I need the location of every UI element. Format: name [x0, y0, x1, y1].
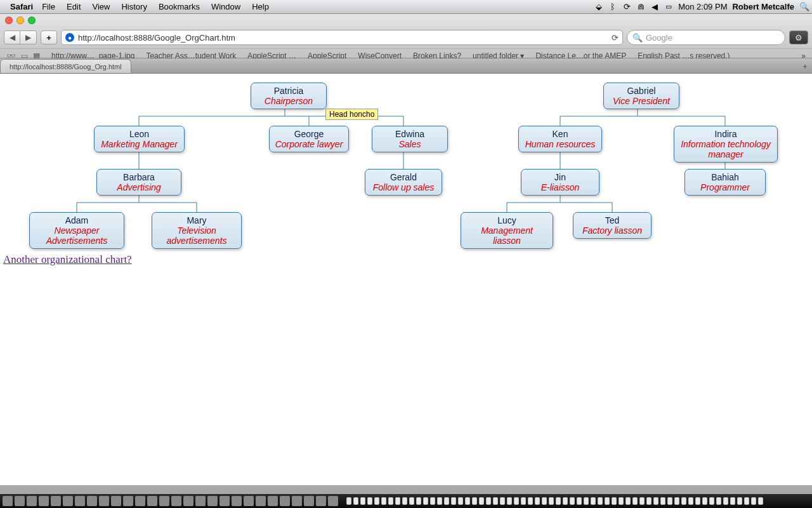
dock-app-icon[interactable] [159, 496, 169, 506]
dock-window-icon[interactable] [591, 497, 596, 505]
dock-app-icon[interactable] [304, 496, 314, 506]
dock-window-icon[interactable] [674, 497, 679, 505]
dock-app-icon[interactable] [244, 496, 254, 506]
dock-window-icon[interactable] [570, 497, 575, 505]
org-node-leon[interactable]: Leon Marketing Manager [94, 126, 185, 152]
dock-app-icon[interactable] [280, 496, 290, 506]
dock-window-icon[interactable] [444, 497, 449, 505]
dock-app-icon[interactable] [51, 496, 61, 506]
dock-app-icon[interactable] [219, 496, 230, 506]
org-node-barbara[interactable]: Barbara Advertising [96, 169, 181, 196]
org-node-ken[interactable]: Ken Human resources [518, 126, 602, 152]
dock-window-icon[interactable] [702, 497, 707, 505]
dock-window-icon[interactable] [744, 497, 749, 505]
dock-window-icon[interactable] [437, 497, 442, 505]
dock-window-icon[interactable] [360, 497, 365, 505]
dock-window-icon[interactable] [465, 497, 470, 505]
org-node-lucy[interactable]: Lucy Management liasson [461, 212, 553, 249]
dock-window-icon[interactable] [751, 497, 756, 505]
dock-app-icon[interactable] [256, 496, 266, 506]
dock-app-icon[interactable] [232, 496, 242, 506]
dock-window-icon[interactable] [632, 497, 638, 505]
timemachine-icon[interactable]: ⟳ [622, 2, 631, 11]
dock-window-icon[interactable] [563, 497, 568, 505]
menu-window[interactable]: Window [211, 2, 240, 11]
dock-window-icon[interactable] [416, 497, 421, 505]
dock-window-icon[interactable] [584, 497, 589, 505]
spotlight-icon[interactable]: 🔍 [799, 2, 808, 11]
dock-app-icon[interactable] [123, 496, 133, 506]
dock-window-icon[interactable] [535, 497, 540, 505]
menu-bookmarks[interactable]: Bookmarks [159, 2, 200, 11]
dock-window-icon[interactable] [493, 497, 498, 505]
browser-tab[interactable]: http://localhost:8888/Goog_Org.html [0, 59, 131, 73]
address-bar[interactable]: ● http://localhost:8888/Google_OrgChart.… [61, 30, 623, 45]
dock-window-icon[interactable] [542, 497, 547, 505]
wifi-icon[interactable]: ⋒ [636, 2, 645, 11]
org-node-bahiah[interactable]: Bahiah Programmer [684, 169, 766, 196]
dock-window-icon[interactable] [556, 497, 561, 505]
dock-window-icon[interactable] [612, 497, 617, 505]
dock-window-icon[interactable] [409, 497, 414, 505]
dock-app-icon[interactable] [135, 496, 145, 506]
org-node-indira[interactable]: Indira Information technology manager [674, 126, 778, 163]
dock-app-icon[interactable] [195, 496, 206, 506]
dock-app-icon[interactable] [268, 496, 278, 506]
search-field[interactable]: 🔍 Google [627, 30, 785, 45]
dock-window-icon[interactable] [479, 497, 484, 505]
minimize-window-button[interactable] [16, 17, 24, 24]
dock-window-icon[interactable] [730, 497, 735, 505]
dock-window-icon[interactable] [681, 497, 686, 505]
new-tab-button[interactable]: + [798, 62, 812, 73]
dock-window-icon[interactable] [367, 497, 372, 505]
dock-app-icon[interactable] [147, 496, 157, 506]
back-button[interactable]: ◀ [4, 30, 20, 44]
org-node-mary[interactable]: Mary Television advertisements [152, 212, 242, 249]
dock-window-icon[interactable] [346, 497, 351, 505]
org-node-gerald[interactable]: Gerald Follow up sales [365, 169, 442, 196]
bluetooth-icon[interactable]: ᛒ [608, 2, 617, 11]
dock-window-icon[interactable] [625, 497, 631, 505]
dock-window-icon[interactable] [653, 497, 658, 505]
dock-window-icon[interactable] [514, 497, 519, 505]
dock-app-icon[interactable] [183, 496, 193, 506]
dock-window-icon[interactable] [639, 497, 645, 505]
dock-window-icon[interactable] [507, 497, 512, 505]
dock-window-icon[interactable] [528, 497, 533, 505]
app-name[interactable]: Safari [10, 2, 33, 11]
org-node-patricia[interactable]: Patricia Chairperson [251, 83, 327, 109]
dock-app-icon[interactable] [39, 496, 49, 506]
menubar-clock[interactable]: Mon 2:09 PM [678, 2, 727, 11]
dock-window-icon[interactable] [737, 497, 742, 505]
dock-window-icon[interactable] [688, 497, 693, 505]
dock-app-icon[interactable] [316, 496, 326, 506]
dock-window-icon[interactable] [395, 497, 400, 505]
zoom-window-button[interactable] [28, 17, 36, 24]
another-chart-link[interactable]: Another organizational chart? [3, 253, 132, 266]
dock[interactable]: document.write(Array.from({length:28}).m… [0, 494, 812, 508]
dock-window-icon[interactable] [723, 497, 728, 505]
dock-app-icon[interactable] [207, 496, 218, 506]
org-node-edwina[interactable]: Edwina Sales [372, 126, 448, 152]
dock-window-icon[interactable] [660, 497, 665, 505]
dock-app-icon[interactable] [3, 496, 13, 506]
org-node-jin[interactable]: Jin E-liaisson [521, 169, 599, 196]
org-node-ted[interactable]: Ted Factory liasson [573, 212, 652, 239]
dock-app-icon[interactable] [15, 496, 25, 506]
settings-button[interactable]: ⚙ [789, 30, 808, 44]
dock-window-icon[interactable] [549, 497, 554, 505]
dock-app-icon[interactable] [171, 496, 181, 506]
dock-window-icon[interactable] [472, 497, 477, 505]
dock-app-icon[interactable] [87, 496, 97, 506]
dock-window-icon[interactable] [758, 497, 763, 505]
dock-window-icon[interactable] [695, 497, 700, 505]
menu-help[interactable]: Help [252, 2, 269, 11]
dock-window-icon[interactable] [458, 497, 463, 505]
reload-icon[interactable]: ⟳ [612, 33, 619, 43]
menubar-user[interactable]: Robert Metcalfe [732, 2, 794, 11]
dock-window-icon[interactable] [402, 497, 407, 505]
close-window-button[interactable] [5, 17, 13, 24]
menu-file[interactable]: File [42, 2, 55, 11]
dock-window-icon[interactable] [423, 497, 428, 505]
dock-window-icon[interactable] [619, 497, 624, 505]
